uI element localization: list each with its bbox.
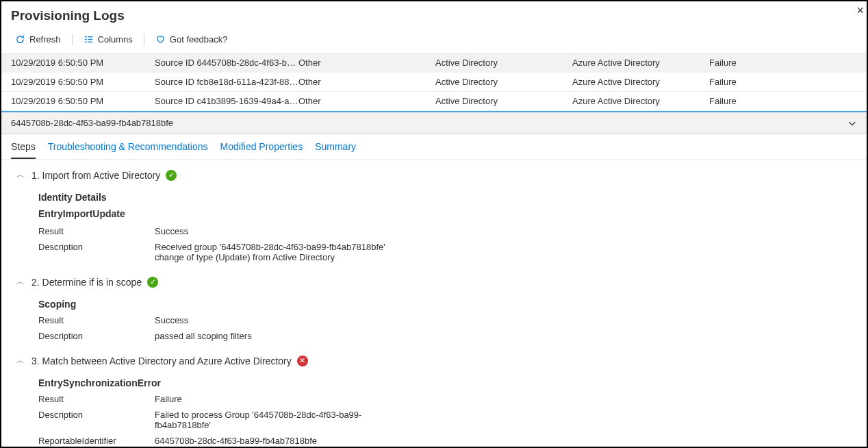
cell-date: 10/29/2019 6:50:50 PM: [11, 58, 155, 68]
cell-source: Source ID fcb8e18d-611a-423f-8838-b9d: [155, 77, 298, 87]
desc-value: passed all scoping filters: [155, 331, 252, 341]
refresh-label: Refresh: [29, 34, 61, 45]
cell-source: Source ID 6445708b-28dc-4f63-ba99-fb4: [155, 58, 298, 68]
table-row[interactable]: 10/29/2019 6:50:50 PM Source ID 6445708b…: [1, 53, 867, 73]
step-title: 3. Match between Active Directory and Az…: [31, 356, 292, 366]
step-title: 1. Import from Active Directory: [31, 170, 160, 181]
step-header[interactable]: ︿ 2. Determine if is in scope ✓: [16, 276, 852, 288]
tab-modified[interactable]: Modified Properties: [220, 141, 303, 159]
detail-header[interactable]: 6445708b-28dc-4f63-ba99-fb4ab7818bfe: [1, 111, 867, 134]
ri-value: 6445708b-28dc-4f63-ba99-fb4ab7818bfe: [155, 436, 317, 446]
result-label: Result: [38, 315, 155, 325]
cell-date: 10/29/2019 6:50:50 PM: [11, 96, 155, 106]
cell-src: Active Directory: [435, 58, 572, 68]
result-value: Failure: [155, 394, 182, 404]
step-header[interactable]: ︿ 3. Match between Active Directory and …: [16, 355, 852, 366]
cell-tgt: Azure Active Directory: [572, 58, 709, 68]
chevron-down-icon[interactable]: [847, 119, 857, 128]
step-header[interactable]: ︿ 1. Import from Active Directory ✓: [16, 169, 852, 181]
step-1: ︿ 1. Import from Active Directory ✓ Iden…: [16, 169, 852, 262]
cell-date: 10/29/2019 6:50:50 PM: [11, 77, 155, 87]
result-value: Success: [155, 226, 188, 236]
page-title: Provisioning Logs: [1, 1, 867, 29]
cell-tgt: Azure Active Directory: [572, 77, 709, 87]
desc-label: Description: [38, 242, 155, 262]
table-row[interactable]: 10/29/2019 6:50:50 PM Source ID c41b3895…: [1, 92, 867, 111]
cell-status: Failure: [709, 77, 857, 87]
result-label: Result: [38, 394, 155, 404]
table-row[interactable]: 10/29/2019 6:50:50 PM Source ID fcb8e18d…: [1, 73, 867, 92]
cell-tgt: Azure Active Directory: [572, 96, 709, 106]
desc-label: Description: [38, 410, 155, 430]
result-label: Result: [38, 226, 155, 236]
cell-type: Other: [298, 58, 435, 68]
entry-import-heading: EntryImportUpdate: [38, 208, 852, 219]
refresh-button[interactable]: Refresh: [8, 32, 68, 47]
cell-type: Other: [298, 77, 435, 87]
cell-src: Active Directory: [435, 77, 572, 87]
identity-details-heading: Identity Details: [38, 192, 852, 203]
result-value: Success: [155, 315, 188, 325]
log-table: 10/29/2019 6:50:50 PM Source ID 6445708b…: [1, 53, 867, 111]
heart-icon: [155, 34, 166, 45]
cell-src: Active Directory: [435, 96, 572, 106]
step-2: ︿ 2. Determine if is in scope ✓ Scoping …: [16, 276, 852, 341]
chevron-up-icon: ︿: [16, 355, 26, 366]
toolbar: Refresh Columns Got feedback?: [1, 29, 867, 53]
feedback-label: Got feedback?: [170, 34, 228, 45]
columns-label: Columns: [98, 34, 133, 45]
steps-panel: ︿ 1. Import from Active Directory ✓ Iden…: [1, 160, 867, 448]
divider: [144, 34, 144, 46]
ri-label: ReportableIdentifier: [38, 436, 155, 446]
step-3: ︿ 3. Match between Active Directory and …: [16, 355, 852, 446]
chevron-up-icon: ︿: [16, 169, 26, 181]
feedback-button[interactable]: Got feedback?: [149, 32, 235, 47]
desc-value: Failed to process Group '6445708b-28dc-4…: [155, 410, 415, 430]
close-icon[interactable]: ×: [856, 4, 864, 16]
tab-troubleshooting[interactable]: Troubleshooting & Recommendations: [48, 141, 208, 159]
cell-status: Failure: [709, 96, 857, 106]
tab-summary[interactable]: Summary: [315, 141, 356, 159]
cell-type: Other: [298, 96, 435, 106]
sync-error-heading: EntrySynchronizationError: [38, 377, 852, 388]
step-title: 2. Determine if is in scope: [31, 277, 142, 288]
tabs: Steps Troubleshooting & Recommendations …: [1, 134, 867, 160]
detail-id: 6445708b-28dc-4f63-ba99-fb4ab7818bfe: [11, 118, 173, 128]
failure-icon: ✕: [297, 356, 308, 366]
desc-value: Received group '6445708b-28dc-4f63-ba99-…: [155, 242, 415, 262]
desc-label: Description: [38, 331, 155, 341]
columns-icon: [84, 34, 94, 45]
success-icon: ✓: [147, 277, 158, 288]
cell-source: Source ID c41b3895-1639-49a4-a8ea-466: [155, 96, 298, 106]
success-icon: ✓: [166, 170, 177, 181]
refresh-icon: [15, 34, 25, 45]
cell-status: Failure: [709, 58, 857, 68]
chevron-up-icon: ︿: [16, 276, 26, 288]
columns-button[interactable]: Columns: [77, 32, 140, 47]
divider: [72, 34, 73, 46]
tab-steps[interactable]: Steps: [11, 141, 36, 159]
scoping-heading: Scoping: [38, 299, 852, 310]
